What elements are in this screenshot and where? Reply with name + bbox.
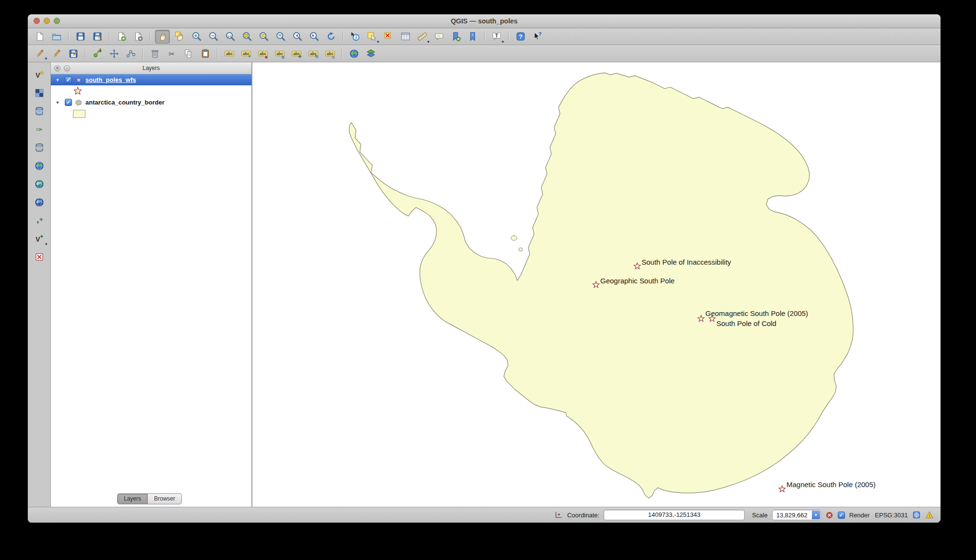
status-bar: Coordinate: 1409733,-1251343 Scale 13,82… xyxy=(28,507,940,523)
add-postgis-layer-button[interactable] xyxy=(32,105,47,118)
label-move-button[interactable]: abc✛ xyxy=(289,47,303,60)
new-print-composer-button[interactable] xyxy=(114,30,128,43)
label-properties-button[interactable]: abc xyxy=(323,47,337,60)
map-canvas[interactable]: South Pole of InaccessibilityGeographic … xyxy=(252,62,940,507)
svg-text:V: V xyxy=(35,71,40,79)
current-edits-button[interactable]: ▾ xyxy=(33,47,47,60)
svg-text:+: + xyxy=(248,54,250,59)
remove-layer-button[interactable] xyxy=(32,250,47,264)
add-delimited-text-layer-button[interactable]: , xyxy=(32,214,47,227)
add-wfs-layer-button[interactable] xyxy=(32,196,47,209)
composer-manager-button[interactable] xyxy=(131,30,145,43)
add-raster-layer-button[interactable] xyxy=(32,86,47,100)
stop-render-icon[interactable] xyxy=(825,511,833,519)
star-symbol-icon xyxy=(73,86,83,96)
copy-icon xyxy=(183,48,194,59)
scale-combo-arrow-icon[interactable]: ▼ xyxy=(812,511,820,519)
add-wcs-layer-button[interactable] xyxy=(32,177,47,191)
refresh-map-button[interactable] xyxy=(324,30,338,43)
globe-icon xyxy=(349,48,359,59)
pan-map-button[interactable] xyxy=(155,30,170,44)
delete-selected-button[interactable] xyxy=(148,47,162,60)
close-button[interactable] xyxy=(34,18,40,24)
zoom-to-layer-button[interactable] xyxy=(274,30,287,43)
map-point-label: Geographic South Pole xyxy=(600,277,675,285)
node-tool-button[interactable] xyxy=(124,47,138,60)
map-tips-button[interactable] xyxy=(432,30,446,43)
zoom-full-extent-button[interactable] xyxy=(240,30,254,43)
help-contents-button[interactable]: ? xyxy=(513,30,527,43)
coordinate-input[interactable]: 1409733,-1251343 xyxy=(604,510,745,520)
layer-row-antarctica_country_border[interactable]: ▼✓antarctica_country_border xyxy=(51,97,251,108)
paste-features-button[interactable] xyxy=(198,47,212,60)
pan-to-selection-button[interactable] xyxy=(173,30,187,43)
titlebar[interactable]: QGIS — south_poles xyxy=(28,14,940,28)
save-layer-edits-button[interactable] xyxy=(66,47,80,60)
label-rotate-button[interactable]: abc↻ xyxy=(306,47,320,60)
panel-tab-browser[interactable]: Browser xyxy=(148,493,182,504)
pencil-icon xyxy=(35,48,45,59)
svg-text:−: − xyxy=(211,33,214,38)
add-wms-layer-button[interactable] xyxy=(32,159,47,173)
new-project-button[interactable] xyxy=(33,30,47,43)
identify-features-button[interactable]: i xyxy=(348,30,362,43)
add-vector-layer-button[interactable]: V xyxy=(32,68,47,82)
qgis-window: QGIS — south_poles +−1:1i▾▾T▾?? ▾✂abcabc… xyxy=(28,14,940,523)
text-annotation-button[interactable]: T▾ xyxy=(489,30,503,43)
add-spatialite-layer-button[interactable]: ✑ xyxy=(32,123,47,136)
toolbar-separator xyxy=(217,48,217,59)
zoom-button[interactable] xyxy=(54,18,60,24)
feather-icon: ✑ xyxy=(34,124,45,135)
cut-features-button[interactable]: ✂ xyxy=(165,47,179,60)
labeling-button[interactable]: abc xyxy=(222,47,236,60)
disclosure-triangle-icon[interactable]: ▼ xyxy=(55,78,60,82)
scale-combo[interactable]: 13,829,662 ▼ xyxy=(772,510,821,520)
svg-text:!: ! xyxy=(929,513,930,518)
crs-status-icon[interactable] xyxy=(912,511,921,519)
openstreetmap-button[interactable] xyxy=(347,47,361,60)
render-checkbox[interactable]: ✓ xyxy=(838,512,845,519)
layer-visibility-checkbox[interactable]: ✓ xyxy=(65,76,72,83)
mag-minus-icon: − xyxy=(208,31,219,42)
deselect-features-button[interactable] xyxy=(381,30,395,43)
toggle-editing-button[interactable] xyxy=(49,47,63,60)
label-add-button[interactable]: abc+ xyxy=(239,47,253,60)
new-bookmark-button[interactable] xyxy=(449,30,463,43)
whats-this-button[interactable]: ? xyxy=(530,30,544,43)
label-pin-button[interactable]: abc xyxy=(256,47,270,60)
zoom-out-button[interactable]: − xyxy=(206,30,220,43)
toolbar-separator xyxy=(143,48,143,59)
select-features-button[interactable]: ▾ xyxy=(365,30,379,43)
copy-features-button[interactable] xyxy=(181,47,195,60)
open-project-button[interactable] xyxy=(49,30,63,43)
trash-icon xyxy=(150,48,160,59)
layers-panel-title: Layers xyxy=(51,65,251,71)
manage-layers-toolbar: V✑,V▾ xyxy=(28,62,51,507)
add-mssql-layer-button[interactable] xyxy=(32,141,47,154)
abc-eye-icon: abc xyxy=(274,48,285,59)
show-bookmarks-button[interactable] xyxy=(465,30,479,43)
log-messages-icon[interactable]: ! xyxy=(925,511,934,519)
panel-tab-layers[interactable]: Layers xyxy=(117,493,148,504)
add-feature-button[interactable] xyxy=(90,47,104,60)
measure-line-button[interactable]: ▾ xyxy=(415,30,429,43)
layer-row-south_poles_wfs[interactable]: ▼✓south_poles_wfs xyxy=(51,74,251,85)
zoom-in-button[interactable]: + xyxy=(190,30,203,43)
zoom-next-button[interactable] xyxy=(307,30,321,43)
zoom-actual-size-button[interactable]: 1:1 xyxy=(223,30,237,43)
open-attribute-table-button[interactable] xyxy=(398,30,412,43)
map-point-label: Magnetic South Pole (2005) xyxy=(786,480,876,489)
select-icon xyxy=(367,31,377,42)
mag-layer-icon xyxy=(275,31,286,42)
move-feature-button[interactable] xyxy=(107,47,121,60)
new-shapefile-layer-button[interactable]: V▾ xyxy=(32,232,47,245)
layer-order-button[interactable] xyxy=(364,47,378,60)
zoom-last-button[interactable] xyxy=(290,30,304,43)
layer-visibility-checkbox[interactable]: ✓ xyxy=(65,99,72,106)
save-project-button[interactable] xyxy=(73,30,87,43)
save-project-as-button[interactable] xyxy=(90,30,104,43)
zoom-to-selection-button[interactable] xyxy=(257,30,271,43)
minimize-button[interactable] xyxy=(44,18,50,24)
disclosure-triangle-icon[interactable]: ▼ xyxy=(55,100,60,105)
label-show-hide-button[interactable]: abc xyxy=(273,47,286,60)
